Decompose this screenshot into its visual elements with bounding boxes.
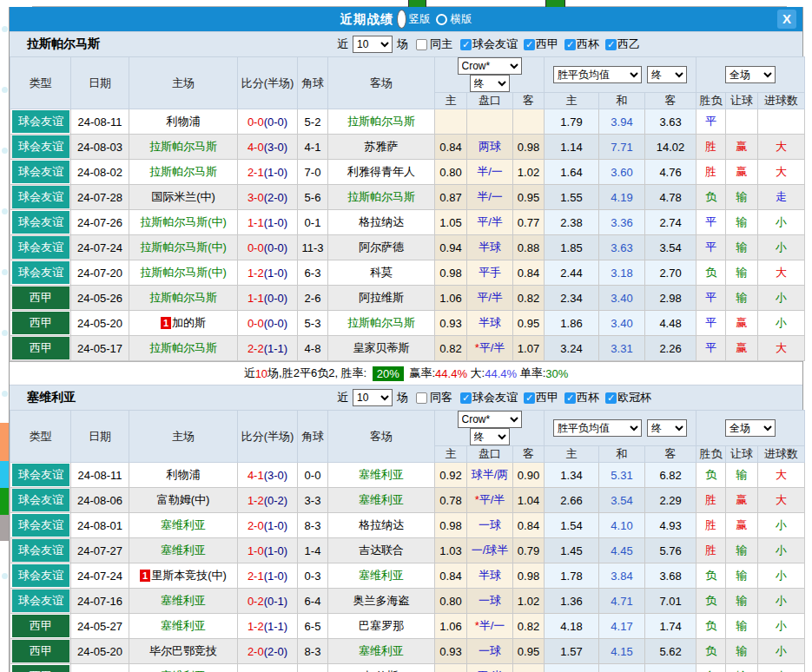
match-date: 24-05-20 <box>71 311 129 336</box>
away-team: 塞维利亚 <box>328 563 435 589</box>
mean-away-odds: 3.54 <box>645 235 696 260</box>
handicap-text: 一球 <box>479 594 501 607</box>
match-type-cell: 球会友谊 <box>10 463 71 488</box>
match-date: 24-05-27 <box>71 614 129 639</box>
odds-source-select[interactable]: Crow* <box>458 411 522 428</box>
league-filter-label[interactable]: 球会友谊 <box>472 36 518 52</box>
radio-vertical-label[interactable]: 竖版 <box>409 12 431 27</box>
checkbox-checked-icon[interactable]: ✓ <box>460 39 472 50</box>
background-fragment <box>0 488 9 515</box>
match-row: 球会友谊24-08-02拉斯帕尔马斯2-1(1-0)7-0利雅得青年人0.80半… <box>10 160 805 185</box>
match-row: 球会友谊24-07-241里斯本竞技(中)2-1(1-0)0-3塞维利亚0.84… <box>10 563 805 589</box>
result: 平 <box>696 109 726 135</box>
fullmatch-select[interactable]: 全场 <box>725 66 776 83</box>
same-venue-label[interactable]: 同客 <box>430 390 452 405</box>
score-cell: 1-1(1-0) <box>238 210 298 235</box>
mean-final-select[interactable]: 终 <box>647 66 687 83</box>
halftime-score: (1-0) <box>264 216 287 229</box>
handicap-result: 输 <box>726 639 758 664</box>
checkbox-unchecked-icon[interactable] <box>416 39 427 50</box>
mean-final-select[interactable]: 终 <box>647 419 687 437</box>
score-cell: 0-1(0-0) <box>238 664 298 672</box>
mean-select[interactable]: 胜平负均值 <box>553 66 642 83</box>
handicap: *平/半 <box>467 488 513 513</box>
mean-away-odds: 7.01 <box>645 589 696 614</box>
radio-vertical-selected-icon[interactable] <box>397 10 406 29</box>
section-filter-row: 拉斯帕尔马斯 近 10 场 同主 ✓ 球会友谊 ✓ 西甲 ✓ 西杯 ✓ 西乙 <box>10 31 802 56</box>
away-team: 格拉纳达 <box>328 210 435 235</box>
games-count-select[interactable]: 10 <box>353 36 393 53</box>
checkbox-checked-icon[interactable]: ✓ <box>564 392 576 404</box>
away-team-name: 阿拉维斯 <box>359 291 404 304</box>
checkbox-checked-icon[interactable]: ✓ <box>564 39 576 50</box>
summary-segment: 44.4% <box>435 367 467 380</box>
match-type-cell: 西甲 <box>10 664 71 672</box>
fullmatch-select[interactable]: 全场 <box>725 419 776 437</box>
goals-result: 小 <box>758 664 805 672</box>
league-filter-label[interactable]: 欧冠杯 <box>617 390 651 405</box>
checkbox-checked-icon[interactable]: ✓ <box>524 392 535 404</box>
games-count-select[interactable]: 10 <box>353 389 393 406</box>
league-filter-label[interactable]: 球会友谊 <box>472 390 518 405</box>
mean-away-odds: 1.74 <box>645 614 696 639</box>
checkbox-checked-icon[interactable]: ✓ <box>524 39 535 50</box>
background-fragment <box>2 573 8 579</box>
goals-result: 小 <box>758 513 805 538</box>
mean-away-odds: 3.57 <box>645 664 696 672</box>
match-type-badge: 球会友谊 <box>12 564 69 587</box>
summary-segment: 44.4% <box>485 367 517 380</box>
handicap-text: 半球 <box>479 316 501 329</box>
fulltime-score: 1-1 <box>248 216 264 229</box>
league-filter-label[interactable]: 西杯 <box>577 390 599 405</box>
mean-select[interactable]: 胜平负均值 <box>553 419 642 437</box>
col-header-odds-home: 主 <box>435 446 467 463</box>
close-icon[interactable]: X <box>777 10 796 29</box>
same-venue-label[interactable]: 同主 <box>430 36 452 52</box>
corner-score: 5-3 <box>298 311 328 336</box>
result: 胜 <box>696 488 726 513</box>
match-date: 24-08-03 <box>71 135 129 160</box>
handicap-text: 半/一 <box>477 165 503 178</box>
fulltime-score: 0-2 <box>248 595 264 608</box>
col-header-handicap: 盘口 <box>467 446 513 463</box>
checkbox-checked-icon[interactable]: ✓ <box>605 39 617 50</box>
league-filter-label[interactable]: 西乙 <box>617 36 640 52</box>
mean-home-odds: 1.36 <box>545 589 599 614</box>
mean-draw-odds: 4.71 <box>599 589 645 614</box>
background-fragment <box>408 0 426 7</box>
away-team-name: 格拉纳达 <box>359 215 404 228</box>
away-team-name: 拉斯帕尔马斯 <box>347 316 415 329</box>
score-cell: 1-2(0-2) <box>238 488 298 513</box>
away-odds <box>513 109 545 135</box>
result-group-header: 全场 <box>696 57 805 93</box>
match-row: 西甲24-05-27塞维利亚1-2(1-1)6-5巴塞罗那1.06*半/一0.8… <box>10 614 805 639</box>
col-header-score: 比分(半场) <box>238 57 298 109</box>
checkbox-unchecked-icon[interactable] <box>416 392 427 404</box>
games-unit-label: 场 <box>397 36 408 52</box>
home-team-name: 里斯本竞技(中) <box>151 569 227 582</box>
match-date: 24-07-24 <box>71 563 129 589</box>
odds-final-select[interactable]: 终 <box>470 75 510 92</box>
home-team: 利物浦 <box>129 463 238 488</box>
home-team: 1里斯本竞技(中) <box>129 563 238 589</box>
away-odds: 0.82 <box>513 286 545 311</box>
near-label: 近 <box>337 36 348 52</box>
mean-away-odds: 2.70 <box>645 260 696 286</box>
result: 负 <box>696 260 726 286</box>
league-filter-label[interactable]: 西甲 <box>536 36 558 52</box>
corner-score: 8-3 <box>298 513 328 538</box>
mean-away-odds: 3.63 <box>645 109 696 135</box>
odds-source-select[interactable]: Crow* <box>458 57 522 75</box>
away-team: 拉斯帕尔马斯 <box>328 109 435 135</box>
radio-horizontal-icon[interactable] <box>436 14 447 25</box>
league-filter-label[interactable]: 西甲 <box>536 390 558 405</box>
odds-final-select[interactable]: 终 <box>470 428 510 445</box>
radio-horizontal-label[interactable]: 横版 <box>451 12 472 27</box>
match-date: 24-07-20 <box>71 260 129 286</box>
match-date: 24-07-16 <box>71 589 129 614</box>
league-filter-label[interactable]: 西杯 <box>577 36 599 52</box>
match-row: 球会友谊24-08-11利物浦0-0(0-0)5-2拉斯帕尔马斯1.793.94… <box>10 109 805 135</box>
checkbox-checked-icon[interactable]: ✓ <box>605 392 617 404</box>
corner-score: 6-5 <box>298 614 328 639</box>
checkbox-checked-icon[interactable]: ✓ <box>460 392 472 404</box>
